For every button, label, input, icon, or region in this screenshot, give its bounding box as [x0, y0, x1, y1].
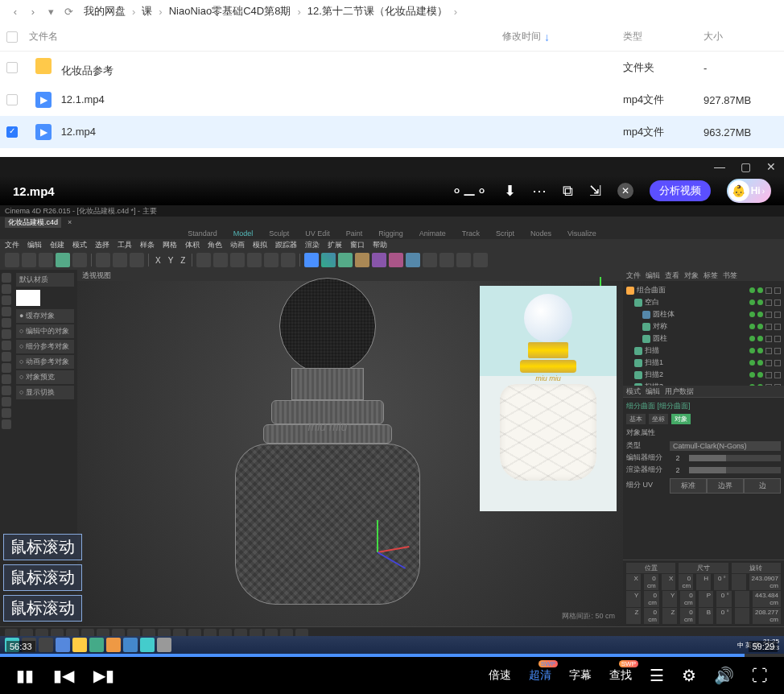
panel-tab[interactable]: 编辑 [646, 271, 660, 281]
menu-item[interactable]: 样条 [140, 240, 155, 250]
panel-tab[interactable]: 标签 [704, 271, 718, 281]
tool-icon[interactable] [321, 253, 336, 267]
panel-option[interactable]: ○ 对象预览 [16, 370, 74, 384]
tool-icon[interactable] [5, 253, 19, 267]
attr-button[interactable]: 边界 [707, 478, 744, 494]
tool-icon[interactable] [406, 253, 420, 267]
tool-icon[interactable] [2, 363, 11, 373]
tool-icon[interactable] [281, 253, 295, 267]
menu-item[interactable]: 选择 [95, 240, 109, 250]
breadcrumb-item[interactable]: 12.第十二节课（化妆品建模） [307, 4, 448, 19]
mode-tab[interactable]: Model [233, 229, 254, 238]
tool-icon[interactable] [96, 253, 110, 267]
menu-item[interactable]: 扩展 [328, 240, 342, 250]
row-checkbox[interactable] [6, 126, 18, 138]
reference-image[interactable]: miu miu [480, 286, 617, 511]
mode-tab[interactable]: UV Edit [305, 229, 330, 238]
close-overlay-button[interactable]: ✕ [617, 183, 633, 199]
attr-tab[interactable]: 坐标 [649, 414, 668, 424]
download-icon[interactable]: ⬇ [504, 182, 516, 200]
attr-tab[interactable]: 对象 [671, 414, 691, 424]
more-icon[interactable]: ⋯ [532, 182, 547, 200]
select-all-checkbox[interactable] [6, 31, 18, 43]
panel-tab[interactable]: 文件 [626, 271, 641, 281]
tree-item[interactable]: 对称 [626, 320, 781, 333]
menu-item[interactable]: 渲染 [305, 240, 320, 250]
tool-icon[interactable] [2, 408, 11, 418]
tool-icon[interactable] [355, 253, 369, 267]
prev-button[interactable]: ▮◀ [53, 666, 74, 685]
tool-icon[interactable] [2, 397, 11, 407]
tool-icon[interactable] [56, 253, 70, 267]
panel-tab[interactable]: 对象 [684, 271, 699, 281]
nav-forward[interactable]: › [24, 2, 42, 20]
mode-tab[interactable]: Track [462, 229, 480, 238]
tool-icon[interactable] [2, 307, 11, 316]
pip-icon[interactable]: ⧉ [563, 183, 573, 200]
coord-cell[interactable]: Y [626, 591, 641, 607]
find-button[interactable]: SWP 查找 [609, 668, 632, 683]
axis-x[interactable]: X [155, 256, 161, 265]
panel-option[interactable]: ○ 细分参考对象 [16, 340, 74, 353]
attr-slider[interactable] [689, 455, 781, 461]
mode-tab[interactable]: Sculpt [269, 229, 289, 238]
pause-button[interactable]: ▮▮ [16, 666, 34, 685]
pin-icon[interactable]: ⇲ [589, 182, 601, 200]
tool-icon[interactable] [2, 295, 11, 305]
fullscreen-icon[interactable]: ⛶ [752, 667, 768, 685]
attr-button[interactable]: 边 [744, 478, 781, 494]
coord-cell[interactable]: 0 cm [680, 608, 695, 624]
tool-icon[interactable] [439, 253, 454, 267]
tool-icon[interactable] [247, 253, 262, 267]
tool-icon[interactable] [2, 341, 11, 350]
tab-close-icon[interactable]: × [68, 218, 72, 226]
axis-z[interactable]: Z [180, 256, 185, 265]
tree-item[interactable]: 扫描1 [626, 357, 781, 369]
taskview-icon[interactable] [39, 638, 53, 652]
tool-icon[interactable] [423, 253, 437, 267]
tool-icon[interactable] [2, 374, 11, 384]
coord-cell[interactable]: Z [626, 608, 641, 624]
menu-item[interactable]: 角色 [208, 240, 222, 250]
coord-cell[interactable]: 0 cm [679, 574, 693, 590]
coord-cell[interactable] [735, 591, 749, 607]
coord-cell[interactable]: 0 cm [644, 608, 658, 624]
col-name[interactable]: 文件名 [26, 30, 502, 43]
coord-cell[interactable]: X [626, 574, 641, 590]
axis-y[interactable]: Y [168, 256, 174, 265]
coord-cell[interactable]: 243.0907 cm [749, 574, 781, 590]
panel-tab[interactable]: 查看 [665, 271, 679, 281]
subtitle-button[interactable]: 字幕 [569, 668, 592, 683]
coord-tab[interactable]: 尺寸 [679, 563, 728, 573]
tool-icon[interactable] [2, 386, 11, 395]
app-icon[interactable] [72, 638, 87, 652]
tool-icon[interactable] [2, 273, 11, 283]
tree-item[interactable]: 圆柱体 [626, 308, 781, 320]
tool-icon[interactable] [338, 253, 353, 267]
menu-item[interactable]: 帮助 [373, 240, 387, 250]
coord-cell[interactable]: 443.484 cm [753, 591, 781, 607]
mode-tab[interactable]: Standard [188, 229, 217, 238]
attr-slider[interactable] [689, 467, 781, 473]
app-icon[interactable] [56, 638, 70, 652]
tool-icon[interactable] [372, 253, 386, 267]
app-icon[interactable] [123, 638, 138, 652]
attr-button[interactable]: 标准 [670, 478, 707, 494]
nav-refresh[interactable]: ⟳ [60, 2, 77, 20]
mode-tab[interactable]: Nodes [530, 229, 551, 238]
playback-speed[interactable]: 倍速 [489, 668, 511, 683]
col-type[interactable]: 类型 [623, 30, 704, 43]
panel-option[interactable]: ○ 显示切换 [16, 386, 74, 399]
app-icon[interactable] [89, 638, 104, 652]
analyze-video-button[interactable]: 分析视频 [650, 180, 711, 201]
quality-button[interactable]: SWP 超清 [529, 668, 551, 683]
close-button[interactable]: ✕ [758, 157, 784, 176]
material-swatch[interactable] [16, 290, 40, 306]
menu-item[interactable]: 模式 [72, 240, 87, 250]
tool-icon[interactable] [2, 318, 11, 328]
app-icon[interactable] [157, 638, 171, 652]
mode-tab[interactable]: Rigging [378, 229, 403, 238]
tool-icon[interactable] [2, 284, 11, 294]
coord-cell[interactable]: 0 cm [644, 591, 658, 607]
tool-icon[interactable] [2, 352, 11, 361]
